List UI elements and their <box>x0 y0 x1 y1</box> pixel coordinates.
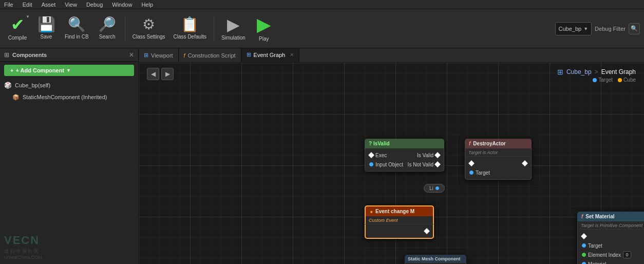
search-icon: 🔎 <box>98 17 116 32</box>
static-mesh-node[interactable]: Static Mesh Component <box>405 255 466 264</box>
set-material-element-value[interactable]: 0 <box>623 251 631 258</box>
event-change-m-node[interactable]: ⬥ Event change M Custom Event <box>365 205 434 239</box>
breadcrumb-blueprint-name[interactable]: Cube_bp <box>566 68 592 76</box>
anchor-cube-label: Cube <box>623 77 636 83</box>
nav-arrows: ◀ ▶ <box>147 68 174 80</box>
find-in-cb-icon: 🔍 <box>68 17 86 32</box>
tab-viewport[interactable]: ⊞ Viewport <box>139 48 179 62</box>
class-defaults-label: Class Defaults <box>174 34 206 40</box>
add-component-label: + Add Component <box>15 67 64 73</box>
set-material-f-icon: f <box>581 214 583 219</box>
destroy-actor-node[interactable]: f DestroyActor Target is Actor Target <box>465 139 532 180</box>
debug-filter-dropdown-icon[interactable]: ▼ <box>583 26 588 31</box>
destroy-actor-title: f <box>469 141 470 146</box>
menu-asset[interactable]: Asset <box>42 2 56 8</box>
li-label: Li <box>429 185 433 191</box>
static-mesh-label: StaticMeshComponent (Inherited) <box>23 94 107 100</box>
anchor-target-dot <box>593 78 597 82</box>
static-mesh-header: Static Mesh Component <box>405 255 466 263</box>
debug-filter-label: Debug Filter <box>595 26 626 32</box>
destroy-actor-name: DestroyActor <box>473 141 505 146</box>
compile-button[interactable]: ✔ Compile ▼ <box>4 12 31 45</box>
construction-tab-label: Construction Script <box>188 52 236 59</box>
debug-filter-value: Cube_bp <box>559 26 582 32</box>
class-settings-button[interactable]: ⚙ Class Settings <box>129 12 168 45</box>
event-change-m-header: ⬥ Event change M <box>365 205 434 216</box>
menu-window[interactable]: Window <box>112 2 132 8</box>
set-material-material-label: Material <box>588 261 607 265</box>
tab-construction-script[interactable]: f Construction Script <box>179 48 241 62</box>
anchor-target-label: Target <box>598 77 613 83</box>
destroy-actor-body: Target <box>465 157 532 180</box>
menu-bar: File Edit Asset View Debug Window Help <box>0 0 644 9</box>
sidebar: ⊞ Components ✕ + + Add Component ▼ 🎲 Cub… <box>0 48 139 264</box>
menu-edit[interactable]: Edit <box>23 2 32 8</box>
menu-debug[interactable]: Debug <box>86 2 103 8</box>
find-in-cb-label: Find in CB <box>65 34 89 40</box>
menu-help[interactable]: Help <box>141 2 153 8</box>
set-material-node[interactable]: f Set Material Target is Primitive Compo… <box>577 212 644 264</box>
play-button[interactable]: ▶ Play <box>251 12 277 45</box>
set-material-target-pin <box>582 243 586 248</box>
class-defaults-button[interactable]: 📋 Class Defaults <box>171 12 210 45</box>
event-graph-tab-label: Event Graph <box>254 52 286 58</box>
play-label: Play <box>259 36 269 42</box>
sidebar-header: ⊞ Components ✕ <box>0 48 138 62</box>
destroy-target-pin <box>469 171 473 175</box>
event-graph-tab-icon: ⊞ <box>247 51 251 58</box>
event-exec-out-row <box>366 227 433 236</box>
simulation-button[interactable]: ▶ Simulation <box>218 12 249 45</box>
destroy-target-row: Target <box>465 168 531 177</box>
is-valid-title: ? IsValid <box>369 141 390 146</box>
nav-forward-button[interactable]: ▶ <box>161 68 174 80</box>
compile-icon: ✔ <box>11 16 25 33</box>
destroy-exec-row <box>465 159 531 168</box>
tabs-bar: ⊞ Viewport f Construction Script ⊞ Event… <box>139 48 644 63</box>
anchor-cube: Cube <box>618 77 636 83</box>
watermark-logo: VECN <box>4 234 134 247</box>
set-material-body: Target Element Index 0 Material M_Colo <box>577 230 644 264</box>
sidebar-title: Components <box>12 52 47 58</box>
is-valid-node[interactable]: ? IsValid Exec Is Valid Input Object <box>365 139 444 172</box>
is-valid-input-pin <box>369 162 373 166</box>
graph-area[interactable]: ◀ ▶ ⊞ Cube_bp > Event Graph Target Cube <box>139 63 644 264</box>
save-button[interactable]: 💾 Save <box>33 12 60 45</box>
li-pin <box>435 186 439 190</box>
sidebar-item-cube-bp[interactable]: 🎲 Cube_bp(self) <box>0 79 138 91</box>
event-graph-tab-close[interactable]: ✕ <box>290 52 294 58</box>
sidebar-close-button[interactable]: ✕ <box>129 51 134 59</box>
menu-view[interactable]: View <box>65 2 77 8</box>
watermark: VECN 虚 幻 中 国 社 区 UnrealChina.COM <box>0 230 138 264</box>
sidebar-item-static-mesh[interactable]: 📦 StaticMeshComponent (Inherited) <box>0 91 138 103</box>
destroy-exec-in-pin <box>468 160 474 166</box>
event-change-m-body <box>365 224 434 239</box>
breadcrumb-current-page: Event Graph <box>601 68 636 76</box>
add-component-button[interactable]: + + Add Component ▼ <box>4 65 134 76</box>
tab-event-graph[interactable]: ⊞ Event Graph ✕ <box>241 48 300 62</box>
li-node: Li <box>424 184 445 193</box>
static-mesh-title: Static Mesh Component <box>408 256 461 261</box>
save-icon: 💾 <box>37 17 55 32</box>
is-valid-input-label: Input Object <box>375 162 403 167</box>
nav-back-button[interactable]: ◀ <box>147 68 159 80</box>
compile-dropdown-arrow[interactable]: ▼ <box>26 14 30 19</box>
debug-search-button[interactable]: 🔍 <box>629 23 640 34</box>
debug-filter-control[interactable]: Cube_bp ▼ <box>555 22 592 35</box>
class-defaults-icon: 📋 <box>181 17 199 32</box>
menu-file[interactable]: File <box>4 2 13 8</box>
find-in-cb-button[interactable]: 🔍 Find in CB <box>62 12 92 45</box>
class-settings-label: Class Settings <box>132 34 165 40</box>
event-change-m-subtitle: Custom Event <box>369 218 398 223</box>
viewport-tab-icon: ⊞ <box>144 52 148 59</box>
debug-search-icon: 🔍 <box>631 25 638 32</box>
set-material-element-label: Element Index <box>588 252 621 258</box>
set-material-title: Set Material <box>585 214 614 219</box>
toolbar-right: Cube_bp ▼ Debug Filter 🔍 <box>555 22 640 35</box>
search-button[interactable]: 🔎 Search <box>94 12 121 45</box>
is-valid-notvalid-out-label: Is Not Valid <box>408 162 433 167</box>
is-valid-node-body: Exec Is Valid Input Object Is Not Valid <box>365 148 444 172</box>
breadcrumb: ⊞ Cube_bp > Event Graph <box>557 68 636 76</box>
static-mesh-icon: 📦 <box>12 94 20 101</box>
is-valid-exec-row: Exec Is Valid <box>365 150 444 160</box>
is-valid-input-row: Input Object Is Not Valid <box>365 160 444 169</box>
